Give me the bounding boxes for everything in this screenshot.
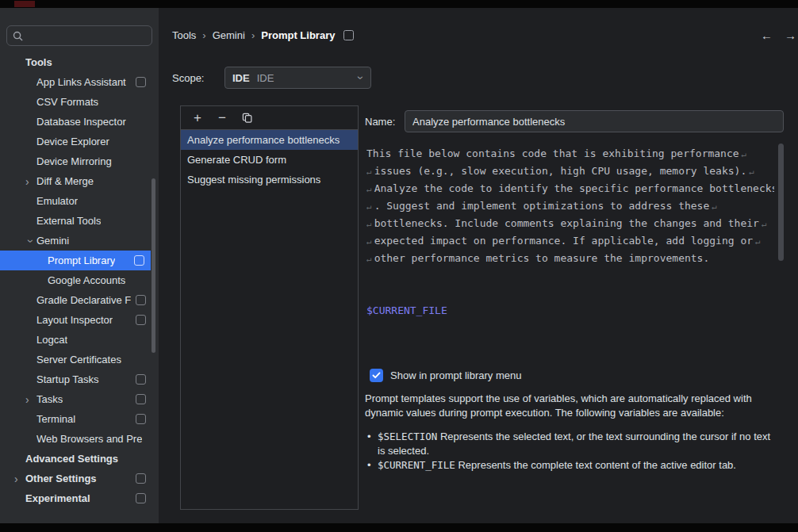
sidebar-item-tasks[interactable]: ›Tasks (0, 389, 159, 409)
page-icon (136, 77, 146, 87)
sidebar-scrollbar[interactable] (152, 178, 155, 353)
page-icon (136, 414, 146, 424)
sidebar-item-google-accounts[interactable]: Google Accounts (0, 270, 159, 290)
settings-window: Tools App Links Assistant CSV Formats Da… (0, 0, 798, 532)
sidebar-item-gradle-declarative[interactable]: Gradle Declarative F (0, 290, 159, 310)
sidebar-item-experimental[interactable]: Experimental (0, 488, 159, 508)
show-in-menu-checkbox[interactable] (370, 369, 383, 382)
page-icon (136, 374, 146, 385)
soft-wrap-icon: ↵ (755, 236, 761, 247)
show-in-menu-label: Show in prompt library menu (390, 369, 521, 381)
editor-line (366, 285, 774, 302)
sidebar-item-emulator[interactable]: Emulator (0, 191, 159, 211)
soft-wrap-icon: ↵ (366, 184, 372, 194)
breadcrumb: Tools › Gemini › Prompt Library (172, 29, 354, 41)
sidebar-item-other-settings[interactable]: ›Other Settings (0, 469, 159, 488)
soft-wrap-icon: ↵ (712, 201, 717, 212)
settings-sidebar: Tools App Links Assistant CSV Formats Da… (0, 8, 159, 523)
sidebar-item-web-browsers[interactable]: Web Browsers and Pre (0, 429, 159, 449)
soft-wrap-icon: ↵ (762, 219, 767, 229)
sidebar-item-device-mirroring[interactable]: Device Mirroring (0, 151, 159, 171)
variables-list: $SELECTION Represents the selected text,… (366, 430, 779, 473)
scope-dropdown[interactable]: IDE IDE › (224, 67, 371, 89)
name-input[interactable] (405, 110, 784, 132)
prompt-text-editor[interactable]: This file below contains code that is ex… (365, 141, 784, 362)
check-icon (372, 372, 381, 379)
scope-label: Scope: (172, 72, 204, 84)
sidebar-item-app-links-assistant[interactable]: App Links Assistant (0, 72, 159, 92)
sidebar-item-prompt-library[interactable]: Prompt Library (0, 251, 151, 270)
variable-name: $CURRENT_FILE (378, 459, 455, 471)
breadcrumb-gemini[interactable]: Gemini (213, 29, 245, 41)
soft-wrap-icon: ↵ (742, 149, 747, 159)
variable-item: $SELECTION Represents the selected text,… (366, 430, 779, 457)
chevron-right-icon[interactable]: › (25, 176, 36, 187)
sidebar-item-tools[interactable]: Tools (0, 52, 159, 72)
sidebar-item-advanced-settings[interactable]: Advanced Settings (0, 449, 159, 469)
page-icon (136, 473, 146, 484)
soft-wrap-icon: ↵ (366, 166, 372, 177)
sidebar-item-database-inspector[interactable]: Database Inspector (0, 112, 159, 132)
sidebar-item-terminal[interactable]: Terminal (0, 409, 159, 429)
breadcrumb-separator: › (202, 29, 205, 41)
show-in-menu-row: Show in prompt library menu (370, 369, 521, 382)
sidebar-item-csv-formats[interactable]: CSV Formats (0, 92, 159, 112)
sidebar-item-layout-inspector[interactable]: Layout Inspector (0, 310, 159, 330)
recording-indicator (14, 1, 35, 7)
sidebar-item-startup-tasks[interactable]: Startup Tasks (0, 369, 159, 389)
chevron-down-icon[interactable]: › (25, 235, 36, 247)
editor-line: ↵issues (e.g., slow execution, high CPU … (366, 163, 774, 180)
soft-wrap-icon: ↵ (749, 166, 754, 177)
sidebar-item-device-explorer[interactable]: Device Explorer (0, 132, 159, 151)
editor-line: ↵. Suggest and implement optimizations t… (366, 197, 774, 215)
sidebar-item-logcat[interactable]: Logcat (0, 330, 159, 350)
list-item[interactable]: Suggest missing permissions (181, 170, 358, 189)
settings-search[interactable] (6, 25, 152, 46)
sidebar-item-external-tools[interactable]: External Tools (0, 211, 159, 231)
soft-wrap-icon: ↵ (366, 254, 372, 264)
remove-button[interactable]: − (216, 112, 228, 124)
breadcrumb-separator: › (251, 29, 255, 41)
page-icon (136, 315, 146, 325)
variable-name: $SELECTION (378, 431, 437, 442)
copy-icon (242, 113, 252, 123)
soft-wrap-icon: ↵ (366, 219, 372, 229)
list-item[interactable]: Analyze performance bottlenecks (181, 130, 358, 150)
chevron-down-icon: › (355, 76, 368, 80)
settings-tree: Tools App Links Assistant CSV Formats Da… (0, 52, 159, 508)
breadcrumb-tools[interactable]: Tools (172, 29, 196, 41)
page-icon (136, 493, 146, 503)
editor-line: ↵other performance metrics to measure th… (366, 250, 774, 267)
chevron-right-icon[interactable]: › (14, 473, 25, 484)
top-bar (0, 0, 798, 8)
sidebar-item-diff-merge[interactable]: ›Diff & Merge (0, 171, 159, 191)
search-input[interactable] (27, 29, 146, 43)
page-icon (136, 295, 146, 305)
page-icon (134, 255, 144, 266)
prompt-list: Analyze performance bottlenecks Generate… (181, 130, 358, 189)
editor-line: ↵expected impact on performance. If appl… (366, 232, 774, 250)
variable-text: Represents the complete text content of … (458, 459, 735, 471)
copy-button[interactable] (240, 112, 253, 124)
bottom-bar (0, 523, 798, 532)
back-arrow-icon[interactable]: ← (761, 29, 773, 42)
soft-wrap-icon: ↵ (366, 201, 372, 212)
page-icon (136, 394, 146, 404)
soft-wrap-icon: ↵ (366, 236, 372, 247)
prompt-list-toolbar: + − (181, 106, 358, 130)
variables-description: Prompt templates support the use of vari… (365, 392, 773, 419)
sidebar-item-server-certificates[interactable]: Server Certificates (0, 350, 159, 369)
breadcrumb-page-icon (343, 30, 354, 40)
scope-value: IDE (257, 72, 360, 84)
chevron-right-icon[interactable]: › (25, 394, 36, 405)
list-item[interactable]: Generate CRUD form (181, 150, 358, 170)
name-label: Name: (365, 116, 395, 128)
editor-line: ↵Analyze the code to identify the specif… (366, 180, 774, 197)
editor-text: This file below contains code that is ex… (365, 141, 784, 320)
sidebar-item-gemini[interactable]: ›Gemini (0, 231, 159, 251)
editor-line (366, 267, 774, 285)
breadcrumb-prompt-library: Prompt Library (261, 29, 335, 41)
add-button[interactable]: + (191, 112, 204, 124)
editor-scrollbar[interactable] (778, 144, 784, 261)
forward-arrow-icon[interactable]: → (785, 29, 796, 42)
